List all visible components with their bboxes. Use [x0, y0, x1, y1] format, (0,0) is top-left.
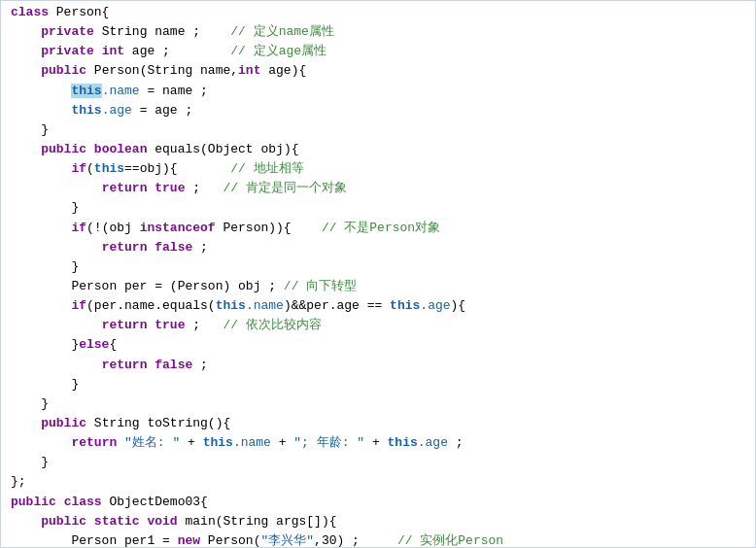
line-11: } — [1, 198, 755, 218]
line-22: public String toString(){ — [1, 414, 755, 433]
line-content-18: }else{ — [7, 335, 755, 355]
line-content-27: public static void main(String args[]){ — [7, 512, 755, 531]
line-10: return true ; // 肯定是同一个对象 — [1, 179, 755, 198]
line-content-8: public boolean equals(Object obj){ — [7, 140, 755, 159]
line-21: } — [1, 394, 755, 414]
line-7: } — [1, 120, 755, 140]
line-content-28: Person per1 = new Person("李兴华",30) ; // … — [7, 531, 755, 548]
code-editor: class Person{ private String name ; // 定… — [0, 0, 756, 548]
line-18: }else{ — [1, 335, 755, 355]
line-content-4: public Person(String name,int age){ — [7, 61, 755, 81]
line-9: if(this==obj){ // 地址相等 — [1, 159, 755, 179]
line-content-20: } — [7, 375, 755, 394]
line-content-24: } — [7, 453, 755, 472]
line-24: } — [1, 453, 755, 472]
line-content-11: } — [7, 198, 755, 218]
line-content-26: public class ObjectDemo03{ — [7, 493, 755, 512]
line-23: return "姓名: " + this.name + "; 年龄: " + t… — [1, 433, 755, 453]
line-3: private int age ; // 定义age属性 — [1, 42, 755, 61]
line-content-14: } — [7, 257, 755, 277]
line-15: Person per = (Person) obj ; // 向下转型 — [1, 277, 755, 296]
line-content-17: return true ; // 依次比较内容 — [7, 316, 755, 335]
line-content-15: Person per = (Person) obj ; // 向下转型 — [7, 277, 755, 296]
line-content-6: this.age = age ; — [7, 101, 755, 120]
line-content-25: }; — [7, 472, 755, 492]
line-content-3: private int age ; // 定义age属性 — [7, 42, 755, 61]
line-content-5: this.name = name ; — [7, 82, 755, 101]
line-content-9: if(this==obj){ // 地址相等 — [7, 159, 755, 179]
line-content-1: class Person{ — [7, 3, 755, 22]
code-area: class Person{ private String name ; // 定… — [1, 1, 755, 548]
line-6: this.age = age ; — [1, 101, 755, 120]
line-20: } — [1, 375, 755, 394]
line-12: if(!(obj instanceof Person)){ // 不是Perso… — [1, 219, 755, 238]
line-5: this.name = name ; — [1, 82, 755, 101]
line-content-23: return "姓名: " + this.name + "; 年龄: " + t… — [7, 433, 755, 453]
line-content-2: private String name ; // 定义name属性 — [7, 22, 755, 42]
line-content-10: return true ; // 肯定是同一个对象 — [7, 179, 755, 198]
line-content-22: public String toString(){ — [7, 414, 755, 433]
line-content-21: } — [7, 394, 755, 414]
line-content-7: } — [7, 120, 755, 140]
line-13: return false ; — [1, 238, 755, 257]
line-content-16: if(per.name.equals(this.name)&&per.age =… — [7, 296, 755, 316]
line-4: public Person(String name,int age){ — [1, 61, 755, 81]
line-2: private String name ; // 定义name属性 — [1, 22, 755, 42]
line-content-19: return false ; — [7, 356, 755, 375]
line-16: if(per.name.equals(this.name)&&per.age =… — [1, 296, 755, 316]
line-content-13: return false ; — [7, 238, 755, 257]
line-19: return false ; — [1, 356, 755, 375]
line-28: Person per1 = new Person("李兴华",30) ; // … — [1, 531, 755, 548]
line-17: return true ; // 依次比较内容 — [1, 316, 755, 335]
line-1: class Person{ — [1, 3, 755, 22]
line-25: }; — [1, 472, 755, 492]
line-content-12: if(!(obj instanceof Person)){ // 不是Perso… — [7, 219, 755, 238]
line-27: public static void main(String args[]){ — [1, 512, 755, 531]
line-14: } — [1, 257, 755, 277]
line-26: public class ObjectDemo03{ — [1, 493, 755, 512]
line-8: public boolean equals(Object obj){ — [1, 140, 755, 159]
